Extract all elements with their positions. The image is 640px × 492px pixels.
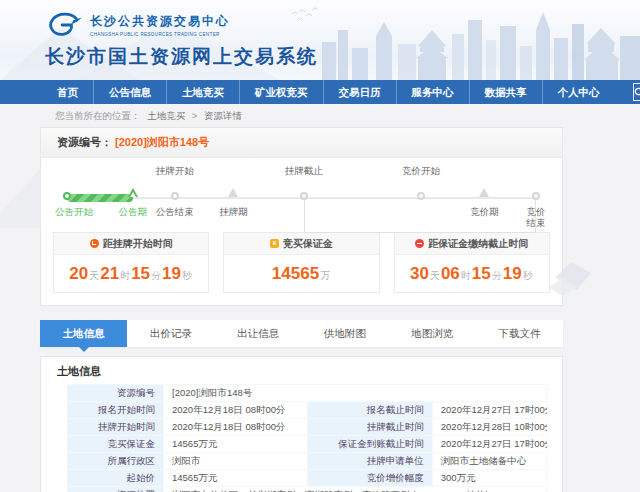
search-icon [634,87,640,98]
circle-marker [300,192,308,200]
info-label-cell: 报名开始时间 [68,402,164,419]
info-value-cell: 14565万元 [164,436,308,453]
countdown-unit: 天 [430,269,440,283]
countdown-number: 06 [441,264,460,284]
countdown-card-title-1: ¥竞买保证金 [224,233,378,255]
search-button[interactable] [633,83,640,101]
land-info-tbody: 资源编号[2020]浏阳市148号报名开始时间2020年12月18日 08时00… [68,385,548,492]
info-label-cell: 挂牌开始时间 [68,419,164,436]
deadline-icon [415,239,424,248]
countdown-unit: 秒 [182,269,192,283]
site-title: 长沙市国土资源网上交易系统 [45,44,318,70]
nav-item-5[interactable]: 服务中心 [396,80,469,104]
tab-出让信息[interactable]: 出让信息 [214,320,301,347]
countdown-number: 21 [100,264,119,284]
page-header: 长沙公共资源交易中心 CHANGSHA PUBLIC RESOURCES TRA… [0,0,640,80]
breadcrumb-separator: > [192,110,198,121]
center-name-en: CHANGSHA PUBLIC RESOURCES TRADING CENTER [90,32,230,37]
info-label-cell: 资源编号 [68,385,164,402]
countdown-number: 14565 [272,264,319,284]
countdown-card-0: 距挂牌开始时间20天21时15分19秒 [53,232,209,293]
circle-marker [171,192,179,200]
card-title-text: 竞买保证金 [283,237,333,251]
triangle-marker [479,188,489,197]
table-row: 起始价14565万元竞价增价幅度300万元 [68,470,548,487]
countdown-number: 19 [503,264,522,284]
timeline-top-label-2: 竞价开始 [402,165,440,178]
trading-center-logo-icon [45,11,83,39]
tab-出价记录[interactable]: 出价记录 [127,320,214,347]
countdown-unit: 万 [320,269,330,283]
center-name: 长沙公共资源交易中心 [90,13,230,30]
countdown-unit: 天 [89,269,99,283]
resource-detail-panel: 资源编号： [2020]浏阳市148号 挂牌开始挂牌截止竞价开始公告开始公告期公… [40,127,563,306]
countdown-cards-row: 距挂牌开始时间20天21时15分19秒¥竞买保证金14565万距保证金缴纳截止时… [53,232,550,293]
timeline-bottom-label-4: 竞价期 [470,206,499,219]
info-value-cell: 浏阳市 [164,453,308,470]
timeline-bottom-label-5: 竞价结束 [524,206,548,228]
countdown-unit: 时 [461,269,471,283]
info-value-cell: 2020年12月28日 10时00分 [432,419,547,436]
timeline-bracket [304,199,536,233]
countdown-unit: 分 [151,269,161,283]
tab-土地信息[interactable]: 土地信息 [40,320,127,347]
card-title-text: 距保证金缴纳截止时间 [428,237,528,251]
coin-icon: ¥ [270,239,279,248]
info-value-cell: 14565万元 [164,470,308,487]
info-value-cell: [2020]浏阳市148号 [164,385,548,402]
countdown-card-1: ¥竞买保证金14565万 [223,232,379,293]
info-label-cell: 资源位置 [68,487,164,492]
info-label-cell: 起始价 [68,470,164,487]
countdown-number: 30 [410,264,429,284]
countdown-unit: 分 [492,269,502,283]
timeline-progress-bar [67,194,133,202]
info-label-cell: 挂牌申请单位 [308,453,433,470]
nav-item-1[interactable]: 公告信息 [93,80,166,104]
tab-下载文件[interactable]: 下载文件 [476,320,563,347]
nav-item-7[interactable]: 个人中心 [542,80,615,104]
card-title-text: 距挂牌开始时间 [103,237,173,251]
main-nav: 首页公告信息土地竞买矿业权竞买交易日历服务中心数据共享个人中心 [0,80,640,104]
breadcrumb-current: 资源详情 [204,110,242,121]
nav-item-2[interactable]: 土地竞买 [166,80,239,104]
land-info-panel: 土地信息 资源编号[2020]浏阳市148号报名开始时间2020年12月18日 … [40,356,563,492]
nav-item-3[interactable]: 矿业权竞买 [239,80,323,104]
timeline-bottom-label-3: 挂牌期 [219,206,248,219]
countdown-number: 15 [131,264,150,284]
nav-item-6[interactable]: 数据共享 [469,80,542,104]
info-value-cell: 2020年12月18日 08时00分 [164,419,308,436]
breadcrumb: 您当前所在的位置： 土地竞买 > 资源详情 [0,104,640,127]
info-value-cell: 浏阳市占佳片区、长兴湖东侧、滨湖路南侧、李畋路西侧 (CX-0309-03地块) [164,487,548,492]
timeline-top-label-1: 挂牌截止 [285,165,323,178]
breadcrumb-section[interactable]: 土地竞买 [147,110,185,121]
triangle-marker [128,188,138,197]
countdown-card-value-1: 14565万 [224,255,378,292]
circle-marker [417,192,425,200]
info-value-cell: 300万元 [432,470,547,487]
timeline-bottom-label-2: 公告结束 [156,206,194,219]
countdown-card-value-2: 30天06时15分19秒 [395,255,549,292]
info-label-cell: 所属行政区 [68,453,164,470]
info-label-cell: 挂牌截止时间 [308,419,433,436]
mountain-watermark [0,168,41,228]
circle-marker [532,192,540,200]
countdown-card-title-2: 距保证金缴纳截止时间 [395,233,549,255]
tab-供地附图[interactable]: 供地附图 [302,320,389,347]
info-value-cell: 2020年12月18日 08时00分 [164,402,308,419]
nav-item-4[interactable]: 交易日历 [323,80,396,104]
clock-icon [90,239,99,248]
info-value-cell: 2020年12月27日 17时00分 [432,402,547,419]
detail-tabs: 土地信息出价记录出让信息供地附图地图浏览下载文件 [40,320,563,347]
countdown-unit: 时 [120,269,130,283]
info-label-cell: 保证金到账截止时间 [308,436,433,453]
countdown-number: 15 [472,264,491,284]
table-row: 所属行政区浏阳市挂牌申请单位浏阳市土地储备中心 [68,453,548,470]
countdown-unit: 秒 [523,269,533,283]
countdown-number: 20 [69,264,88,284]
resource-number-label: 资源编号： [57,136,112,148]
countdown-number: 19 [162,264,181,284]
auction-timeline: 挂牌开始挂牌截止竞价开始公告开始公告期公告结束挂牌期竞价期竞价结束 [67,158,536,230]
nav-item-0[interactable]: 首页 [42,80,93,104]
tab-地图浏览[interactable]: 地图浏览 [389,320,476,347]
info-label-cell: 报名截止时间 [308,402,433,419]
